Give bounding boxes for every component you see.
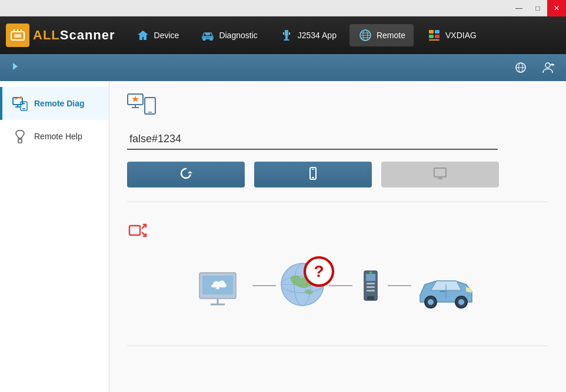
globe-nav-icon (358, 29, 373, 42)
svg-rect-23 (429, 39, 440, 41)
svg-point-36 (23, 103, 25, 105)
monitor-node (197, 268, 249, 315)
svg-rect-21 (429, 35, 434, 38)
svg-rect-11 (284, 39, 289, 41)
svg-rect-20 (435, 30, 440, 33)
question-mark: ? (314, 263, 324, 280)
svg-point-80 (458, 299, 464, 305)
svg-marker-24 (13, 63, 18, 70)
close-button[interactable]: ✕ (547, 0, 566, 16)
svg-line-30 (552, 63, 553, 66)
sub-nav (0, 54, 566, 81)
connection-diagram: ? (127, 255, 548, 328)
svg-rect-73 (367, 286, 375, 288)
svg-rect-75 (367, 296, 374, 300)
logo-text: ALLScanner (33, 28, 115, 43)
connector-line-1 (252, 285, 276, 286)
car-icon (200, 29, 215, 42)
svg-rect-12 (283, 32, 284, 35)
remote-diag-icon (12, 95, 28, 112)
refresh-icon (179, 166, 193, 183)
screen-button[interactable] (381, 162, 499, 187)
svg-rect-19 (429, 30, 434, 33)
refresh-button[interactable] (127, 162, 245, 187)
device-node (355, 268, 385, 315)
nav-item-vxdiag[interactable]: VXDIAG (418, 24, 485, 46)
svg-point-76 (369, 272, 372, 274)
session-id-input[interactable] (127, 129, 498, 150)
svg-rect-22 (435, 35, 440, 38)
sidebar: Remote Diag Remote Help (0, 81, 109, 392)
svg-rect-4 (14, 34, 21, 38)
plug-icon (279, 29, 294, 42)
title-bar: — □ ✕ (0, 0, 566, 16)
connect-button[interactable] (254, 162, 372, 187)
divider-1 (127, 202, 548, 202)
remote-help-icon (12, 128, 28, 145)
svg-rect-74 (367, 290, 375, 292)
svg-rect-10 (285, 36, 288, 39)
language-icon[interactable] (512, 59, 530, 76)
svg-rect-38 (18, 139, 22, 143)
disconnect-icon (127, 220, 548, 243)
nav-item-diagnostic[interactable]: Diagnostic (192, 24, 265, 46)
sidebar-item-remote-diag[interactable]: Remote Diag (0, 87, 109, 120)
input-row (127, 129, 548, 150)
svg-point-28 (545, 63, 550, 68)
phone-icon (306, 166, 320, 183)
svg-marker-44 (132, 96, 139, 102)
globe-node: ? (279, 261, 326, 322)
sub-nav-left (9, 61, 27, 75)
maximize-button[interactable]: □ (528, 0, 547, 16)
nav-items: Device Diagnostic (127, 24, 485, 46)
back-arrow-icon[interactable] (9, 61, 21, 75)
sub-nav-right (512, 59, 557, 76)
connector-line-2 (329, 285, 352, 286)
screen-icon (433, 166, 447, 183)
svg-rect-52 (436, 170, 444, 175)
svg-rect-8 (205, 33, 210, 35)
svg-marker-45 (188, 171, 192, 173)
svg-rect-9 (285, 30, 288, 36)
diagram-section: ? (127, 214, 548, 334)
svg-rect-13 (289, 32, 290, 35)
svg-rect-71 (366, 274, 375, 281)
btn-row (127, 162, 548, 187)
logo-icon (6, 24, 29, 47)
svg-rect-72 (367, 283, 375, 284)
user-icon[interactable] (539, 59, 557, 76)
main-content: ? (109, 81, 566, 392)
sidebar-item-label-remote-help: Remote Help (34, 132, 82, 141)
nav-bar: ALLScanner Device Dia (0, 16, 566, 54)
home-icon (135, 29, 151, 42)
sidebar-item-remote-help[interactable]: Remote Help (0, 120, 109, 153)
svg-rect-42 (145, 98, 155, 114)
grid-icon (427, 29, 442, 42)
content-wrapper: Remote Diag Remote Help (0, 81, 566, 392)
logo: ALLScanner (6, 24, 115, 47)
minimize-button[interactable]: — (510, 0, 528, 16)
sidebar-item-label-remote-diag: Remote Diag (34, 99, 85, 108)
svg-point-78 (428, 299, 434, 305)
nav-item-j2534[interactable]: J2534 App (271, 24, 345, 46)
nav-item-device[interactable]: Device (127, 24, 188, 46)
nav-item-remote[interactable]: Remote (349, 24, 414, 46)
divider-2 (127, 346, 548, 346)
question-mark-overlay: ? (304, 256, 334, 287)
car-node (414, 268, 479, 315)
svg-rect-53 (129, 226, 140, 235)
section-icon (127, 93, 157, 118)
connector-line-3 (388, 285, 411, 286)
